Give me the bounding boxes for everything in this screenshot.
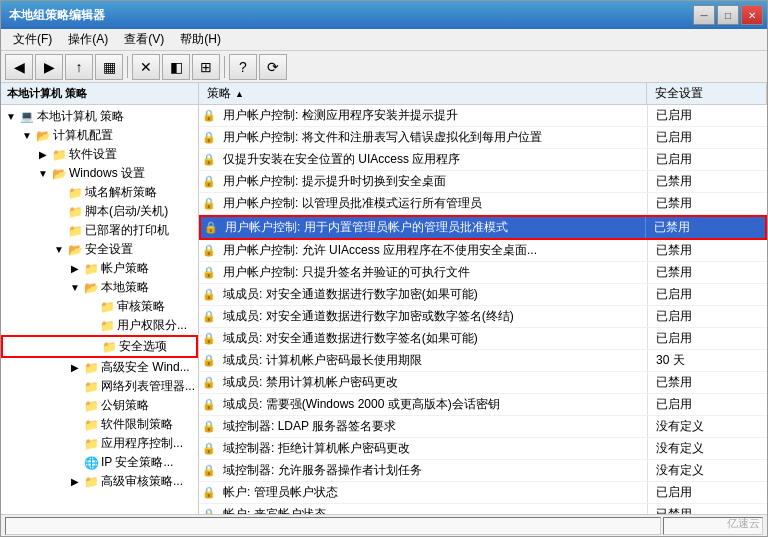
- expand-icon[interactable]: ▼: [35, 166, 51, 182]
- policy-row[interactable]: 🔒 仅提升安装在安全位置的 UIAccess 应用程序 已启用: [199, 149, 767, 171]
- tree-item-root[interactable]: ▼ 本地计算机 策略: [1, 107, 198, 126]
- policy-row[interactable]: 🔒 用户帐户控制: 以管理员批准模式运行所有管理员 已禁用: [199, 193, 767, 215]
- tree-item-adv-audit[interactable]: ▶ 高级审核策略...: [1, 472, 198, 491]
- policy-row[interactable]: 🔒 域成员: 计算机帐户密码最长使用期限 30 天: [199, 350, 767, 372]
- tree-label: 审核策略: [117, 298, 165, 315]
- folder-icon: [51, 147, 67, 163]
- folder-icon: [99, 299, 115, 315]
- policy-name: 帐户: 管理员帐户状态: [219, 482, 647, 503]
- folder-icon: [67, 185, 83, 201]
- folder-open-icon: [83, 280, 99, 296]
- policy-row[interactable]: 🔒 域成员: 对安全通道数据进行数字加密(如果可能) 已启用: [199, 284, 767, 306]
- col-policy-label: 策略: [207, 85, 231, 102]
- policy-row[interactable]: 🔒 用户帐户控制: 将文件和注册表写入错误虚拟化到每用户位置 已启用: [199, 127, 767, 149]
- tree-item-dns[interactable]: 域名解析策略: [1, 183, 198, 202]
- minimize-button[interactable]: ─: [693, 5, 715, 25]
- main-window: 本地组策略编辑器 ─ □ ✕ 文件(F) 操作(A) 查看(V) 帮助(H) ◀…: [0, 0, 768, 537]
- expand-icon[interactable]: ▼: [67, 280, 83, 296]
- expand-icon[interactable]: ▶: [67, 360, 83, 376]
- forward-button[interactable]: ▶: [35, 54, 63, 80]
- tree-label: 本地计算机 策略: [37, 108, 124, 125]
- tree-item-printers[interactable]: 已部署的打印机: [1, 221, 198, 240]
- status-segment-1: [5, 517, 661, 535]
- policy-icon: 🔒: [199, 395, 219, 414]
- policy-value: 已启用: [647, 482, 767, 503]
- policy-icon: 🔒: [199, 505, 219, 514]
- policy-icon: 🔒: [201, 218, 221, 237]
- expand-icon[interactable]: ▼: [51, 242, 67, 258]
- tree-item-ip-sec[interactable]: 🌐 IP 安全策略...: [1, 453, 198, 472]
- tree-label: 本地策略: [101, 279, 149, 296]
- policy-row[interactable]: 🔒 域成员: 禁用计算机帐户密码更改 已禁用: [199, 372, 767, 394]
- tree-item-pubkey[interactable]: 公钥策略: [1, 396, 198, 415]
- policy-icon: 🔒: [199, 329, 219, 348]
- tree-item-security-settings[interactable]: ▼ 安全设置: [1, 240, 198, 259]
- tree-item-applocker[interactable]: 应用程序控制...: [1, 434, 198, 453]
- tree-item-netmgr[interactable]: 网络列表管理器...: [1, 377, 198, 396]
- policy-row[interactable]: 🔒 域控制器: LDAP 服务器签名要求 没有定义: [199, 416, 767, 438]
- col-header-security[interactable]: 安全设置: [647, 83, 767, 104]
- policy-value: 已禁用: [647, 504, 767, 514]
- tree-item-winfirewall[interactable]: ▶ 高级安全 Wind...: [1, 358, 198, 377]
- tree-label: Windows 设置: [69, 165, 145, 182]
- tree-item-accounts[interactable]: ▶ 帐户策略: [1, 259, 198, 278]
- tree-item-userrights[interactable]: 用户权限分...: [1, 316, 198, 335]
- help-button[interactable]: ?: [229, 54, 257, 80]
- tree-label: 域名解析策略: [85, 184, 157, 201]
- policy-row[interactable]: 🔒 域成员: 对安全通道数据进行数字签名(如果可能) 已启用: [199, 328, 767, 350]
- tree-item-software[interactable]: ▶ 软件设置: [1, 145, 198, 164]
- back-button[interactable]: ◀: [5, 54, 33, 80]
- policy-list: 🔒 用户帐户控制: 检测应用程序安装并提示提升 已启用 🔒 用户帐户控制: 将文…: [199, 105, 767, 514]
- policy-row[interactable]: 🔒 用户帐户控制: 只提升签名并验证的可执行文件 已禁用: [199, 262, 767, 284]
- tree-item-software-r[interactable]: 软件限制策略: [1, 415, 198, 434]
- folder-icon: [83, 474, 99, 490]
- tree-item-secopts[interactable]: 安全选项: [1, 335, 198, 358]
- props-button[interactable]: ◧: [162, 54, 190, 80]
- expand-icon[interactable]: ▼: [3, 109, 19, 125]
- policy-value: 已启用: [647, 149, 767, 170]
- close-button[interactable]: ✕: [741, 5, 763, 25]
- policy-row[interactable]: 🔒 用户帐户控制: 提示提升时切换到安全桌面 已禁用: [199, 171, 767, 193]
- menu-file[interactable]: 文件(F): [5, 29, 60, 50]
- policy-row[interactable]: 🔒 域控制器: 拒绝计算机帐户密码更改 没有定义: [199, 438, 767, 460]
- policy-value: 已禁用: [647, 372, 767, 393]
- tree-label: 公钥策略: [101, 397, 149, 414]
- policy-name: 域控制器: 允许服务器操作者计划任务: [219, 460, 647, 481]
- col-header-policy[interactable]: 策略 ▲: [199, 83, 647, 104]
- policy-name: 域成员: 禁用计算机帐户密码更改: [219, 372, 647, 393]
- policy-row[interactable]: 🔒 帐户: 来宾帐户状态 已禁用: [199, 504, 767, 514]
- tree-item-audit[interactable]: 审核策略: [1, 297, 198, 316]
- refresh-button[interactable]: ⟳: [259, 54, 287, 80]
- new-window-button[interactable]: ⊞: [192, 54, 220, 80]
- policy-row-selected[interactable]: 🔒 用户帐户控制: 用于内置管理员帐户的管理员批准模式 已禁用: [199, 215, 767, 240]
- policy-row[interactable]: 🔒 帐户: 管理员帐户状态 已启用: [199, 482, 767, 504]
- show-hide-button[interactable]: ▦: [95, 54, 123, 80]
- policy-row[interactable]: 🔒 域成员: 需要强(Windows 2000 或更高版本)会话密钥 已启用: [199, 394, 767, 416]
- watermark: 亿速云: [727, 516, 760, 531]
- maximize-button[interactable]: □: [717, 5, 739, 25]
- menu-help[interactable]: 帮助(H): [172, 29, 229, 50]
- policy-row[interactable]: 🔒 域成员: 对安全通道数据进行数字加密或数字签名(终结) 已启用: [199, 306, 767, 328]
- folder-icon: [83, 379, 99, 395]
- policy-row[interactable]: 🔒 用户帐户控制: 允许 UIAccess 应用程序在不使用安全桌面... 已禁…: [199, 240, 767, 262]
- policy-icon: 🔒: [199, 106, 219, 125]
- up-button[interactable]: ↑: [65, 54, 93, 80]
- policy-name: 用户帐户控制: 将文件和注册表写入错误虚拟化到每用户位置: [219, 127, 647, 148]
- policy-row[interactable]: 🔒 用户帐户控制: 检测应用程序安装并提示提升 已启用: [199, 105, 767, 127]
- tree-item-computer[interactable]: ▼ 计算机配置: [1, 126, 198, 145]
- tree-item-windows[interactable]: ▼ Windows 设置: [1, 164, 198, 183]
- expand-icon[interactable]: ▶: [67, 474, 83, 490]
- expand-icon[interactable]: ▶: [67, 261, 83, 277]
- tree-item-local-pol[interactable]: ▼ 本地策略: [1, 278, 198, 297]
- delete-button[interactable]: ✕: [132, 54, 160, 80]
- tree-label: IP 安全策略...: [101, 454, 173, 471]
- policy-row[interactable]: 🔒 域控制器: 允许服务器操作者计划任务 没有定义: [199, 460, 767, 482]
- menu-bar: 文件(F) 操作(A) 查看(V) 帮助(H): [1, 29, 767, 51]
- tree-item-scripts[interactable]: 脚本(启动/关机): [1, 202, 198, 221]
- title-bar-controls: ─ □ ✕: [693, 5, 763, 25]
- menu-view[interactable]: 查看(V): [116, 29, 172, 50]
- expand-icon[interactable]: ▼: [19, 128, 35, 144]
- left-panel: 本地计算机 策略 ▼ 本地计算机 策略 ▼ 计算机配置 ▶: [1, 83, 199, 514]
- menu-action[interactable]: 操作(A): [60, 29, 116, 50]
- expand-icon[interactable]: ▶: [35, 147, 51, 163]
